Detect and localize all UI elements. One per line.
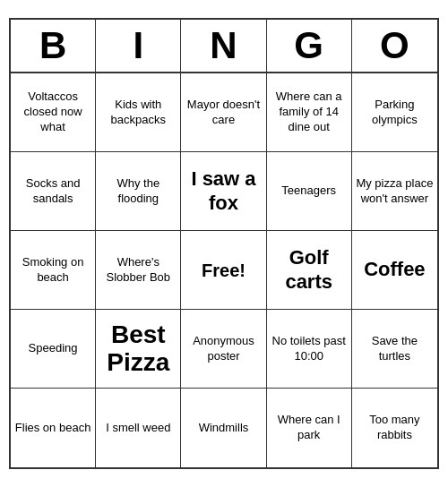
header-letter: N — [181, 20, 266, 72]
bingo-cell: Why the flooding — [96, 152, 181, 231]
header-letter: G — [267, 20, 352, 72]
bingo-cell: Anonymous poster — [181, 310, 266, 389]
bingo-card: BINGO Voltaccos closed now whatKids with… — [9, 18, 439, 469]
bingo-header: BINGO — [11, 20, 437, 73]
bingo-cell: Teenagers — [267, 152, 352, 231]
header-letter: O — [352, 20, 437, 72]
bingo-cell: Parking olympics — [352, 73, 437, 152]
bingo-cell: No toilets past 10:00 — [267, 310, 352, 389]
bingo-cell: Where's Slobber Bob — [96, 231, 181, 310]
bingo-grid: Voltaccos closed now whatKids with backp… — [11, 73, 437, 467]
bingo-cell: Free! — [181, 231, 266, 310]
bingo-cell: Where can a family of 14 dine out — [267, 73, 352, 152]
bingo-cell: Kids with backpacks — [96, 73, 181, 152]
bingo-cell: Smoking on beach — [11, 231, 96, 310]
bingo-cell: Golf carts — [267, 231, 352, 310]
bingo-cell: Socks and sandals — [11, 152, 96, 231]
bingo-cell: Windmills — [181, 389, 266, 467]
header-letter: B — [11, 20, 96, 72]
bingo-cell: Coffee — [352, 231, 437, 310]
bingo-cell: Where can I park — [267, 389, 352, 467]
bingo-cell: Flies on beach — [11, 389, 96, 467]
bingo-cell: Mayor doesn't care — [181, 73, 266, 152]
bingo-cell: Too many rabbits — [352, 389, 437, 467]
bingo-cell: I saw a fox — [181, 152, 266, 231]
bingo-cell: Best Pizza — [96, 310, 181, 389]
bingo-cell: Speeding — [11, 310, 96, 389]
bingo-cell: My pizza place won't answer — [352, 152, 437, 231]
bingo-cell: Voltaccos closed now what — [11, 73, 96, 152]
bingo-cell: I smell weed — [96, 389, 181, 467]
bingo-cell: Save the turtles — [352, 310, 437, 389]
header-letter: I — [96, 20, 181, 72]
